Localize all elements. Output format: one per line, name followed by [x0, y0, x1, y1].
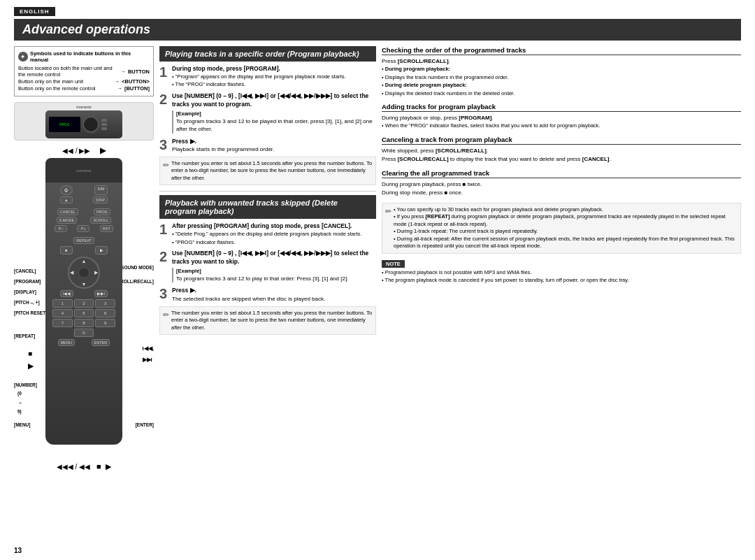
section-checking: Checking the order of the programmed tra… — [382, 46, 741, 97]
label-range: (0 – 9) — [17, 389, 22, 416]
label-skip-fwd: I◀◀, ▶▶I — [143, 343, 154, 366]
num-9-btn[interactable]: 9 — [95, 319, 115, 327]
note-label: NOTE — [382, 260, 405, 268]
pencil-icon-3: ✏ — [385, 206, 391, 217]
pitch-reset-btn[interactable]: RST — [100, 225, 113, 232]
checking-bullets: During program playback: Displays the tr… — [382, 66, 741, 97]
note-box-1: ✏ The number you enter is set about 1.5 … — [159, 157, 376, 186]
open-close-btn[interactable]: ▲ — [60, 196, 73, 203]
section-canceling: Canceling a track from program playback … — [382, 136, 741, 164]
label-pitch-reset: [PITCH RESET] — [14, 308, 47, 317]
pencil-icon-1: ✏ — [163, 160, 169, 171]
step1-bullets: "Program" appears on the display and the… — [172, 73, 376, 89]
num-3-btn[interactable]: 3 — [95, 299, 115, 308]
divider-1 — [159, 191, 376, 192]
section-delete-program: Playback with unwanted tracks skipped (D… — [159, 195, 376, 335]
nav-center-btn[interactable] — [78, 267, 89, 278]
label-program: [PROGRAM] — [14, 277, 41, 286]
bottom-transport-label: ◀◀◀ / ◀◀ ■ ▶ — [14, 462, 154, 471]
num-1-btn[interactable]: 1 — [52, 299, 73, 308]
pitch-plus-btn[interactable]: P+ — [77, 225, 89, 232]
label-pause: ■ — [28, 347, 32, 361]
section1-header: Playing tracks in a specific order (Prog… — [159, 46, 376, 62]
display-btn[interactable]: DISP — [93, 196, 108, 203]
stop-btn[interactable]: ■ — [60, 246, 73, 254]
step2-example: [Example] To program tracks 3 and 12 to … — [172, 110, 376, 134]
page: ENGLISH Advanced operations ✦ Symbols us… — [0, 0, 755, 560]
skip-prev-btn[interactable]: I◀◀ — [60, 290, 74, 297]
label-play: ▶ — [28, 359, 34, 373]
num-4-btn[interactable]: 4 — [52, 309, 73, 317]
play-btn[interactable]: ▶ — [95, 246, 108, 254]
symbols-box: ✦ Symbols used to indicate buttons in th… — [14, 46, 154, 96]
label-repeat: [REPEAT] — [14, 331, 35, 340]
del-step1-bullets: "Delete Prog." appears on the display an… — [172, 231, 376, 246]
step3: 3 Press ▶. Playback starts in the progra… — [159, 138, 376, 154]
label-enter: [ENTER] — [136, 420, 154, 429]
language-tab: ENGLISH — [14, 7, 55, 16]
num-5-btn[interactable]: 5 — [74, 309, 94, 317]
label-cancel: [CANCEL] — [14, 266, 36, 275]
note-section: NOTE Programmed playback is not possible… — [382, 258, 741, 285]
num-8-btn[interactable]: 8 — [74, 319, 94, 327]
step1-title: During stop mode, press [PROGRAM]. — [172, 65, 376, 73]
pitch-minus-btn[interactable]: P– — [55, 225, 67, 232]
section-adding: Adding tracks for program playback Durin… — [382, 103, 741, 130]
symbols-row-2: Button only on the main unit → <BUTTON> — [18, 78, 150, 85]
dimmer-btn[interactable]: DIM — [94, 185, 107, 195]
device-image: marantz PROG — [14, 102, 154, 141]
section2-header: Playback with unwanted tracks skipped (D… — [159, 195, 376, 219]
adding-bullets: When the "PROG" indicator flashes, selec… — [382, 122, 741, 130]
del-step2: 2 Use [NUMBER] (0 – 9) , [I◀◀, ▶▶I] or [… — [159, 250, 376, 284]
menu-btn[interactable]: MENU — [58, 339, 75, 346]
label-menu: [MENU] — [14, 420, 30, 429]
del-step1-title: After pressing [PROGRAM] during stop mod… — [172, 222, 376, 231]
del-step3-title: Press ▶. — [172, 287, 376, 295]
label-sound-mode: [SOUND MODE] — [120, 263, 154, 272]
del-step2-example: [Example] To program tracks 3 and 12 to … — [172, 268, 376, 283]
info-icon: ✦ — [18, 52, 28, 62]
section-clearing: Clearing the all programmed track During… — [382, 169, 741, 197]
cancel-btn[interactable]: CANCEL — [57, 208, 78, 215]
adding-title: Adding tracks for program playback — [382, 103, 741, 112]
section-program-playback: Playing tracks in a specific order (Prog… — [159, 46, 376, 185]
num-6-btn[interactable]: 6 — [95, 309, 115, 317]
step2-title: Use [NUMBER] (0 – 9) , [I◀◀, ▶▶I] or [◀◀… — [172, 92, 376, 109]
step3-title: Press ▶. — [172, 138, 376, 146]
page-title: Advanced operations — [14, 19, 741, 41]
del-step2-title: Use [NUMBER] (0 – 9) , [I◀◀, ▶▶I] or [◀◀… — [172, 250, 376, 266]
note-items: Programmed playback is not possible with… — [382, 269, 741, 285]
right-column: Checking the order of the programmed tra… — [382, 46, 741, 550]
clearing-title: Clearing the all programmed track — [382, 169, 741, 178]
note-pencil-right: ✏ • You can specify up to 30 tracks each… — [382, 203, 741, 254]
del-step1: 1 After pressing [PROGRAM] during stop m… — [159, 222, 376, 247]
repeat-btn[interactable]: REPEAT — [73, 237, 94, 244]
symbols-row-1: Button located on both the main unit and… — [18, 65, 150, 78]
scroll-recall-btn[interactable]: SCROLL — [90, 217, 111, 224]
power-btn[interactable]: ⏻ — [60, 185, 73, 195]
num-7-btn[interactable]: 7 — [52, 319, 73, 327]
program-btn[interactable]: PROG — [94, 208, 110, 215]
left-column: ✦ Symbols used to indicate buttons in th… — [14, 46, 154, 550]
label-display: [DISPLAY] — [14, 287, 36, 296]
step1: 1 During stop mode, press [PROGRAM]. "Pr… — [159, 65, 376, 89]
skip-next-btn[interactable]: ▶▶I — [94, 290, 108, 297]
mid-column: Playing tracks in a specific order (Prog… — [159, 46, 376, 550]
symbols-box-title: ✦ Symbols used to indicate buttons in th… — [18, 50, 150, 63]
del-step3: 3 Press ▶. The selected tracks are skipp… — [159, 287, 376, 303]
enter-btn[interactable]: ENTER — [92, 339, 110, 346]
transport-top-label: ◀◀ / ▶▶ ▶ — [14, 146, 154, 155]
label-pitch: [PITCH –, +] — [14, 298, 40, 307]
num-2-btn[interactable]: 2 — [74, 299, 94, 308]
step2: 2 Use [NUMBER] (0 – 9) , [I◀◀, ▶▶I] or [… — [159, 92, 376, 135]
page-number: 13 — [14, 547, 22, 554]
checking-title: Checking the order of the programmed tra… — [382, 46, 741, 55]
num-0-btn[interactable]: 0 — [74, 329, 94, 337]
pencil-icon-2: ✏ — [163, 310, 169, 320]
symbols-row-3: Button only on the remote control → [BUT… — [18, 85, 150, 92]
sound-mode-btn[interactable]: S.MODE — [57, 217, 78, 224]
canceling-title: Canceling a track from program playback — [382, 136, 741, 145]
note-box-2: ✏ The number you enter is set about 1.5 … — [159, 306, 376, 336]
